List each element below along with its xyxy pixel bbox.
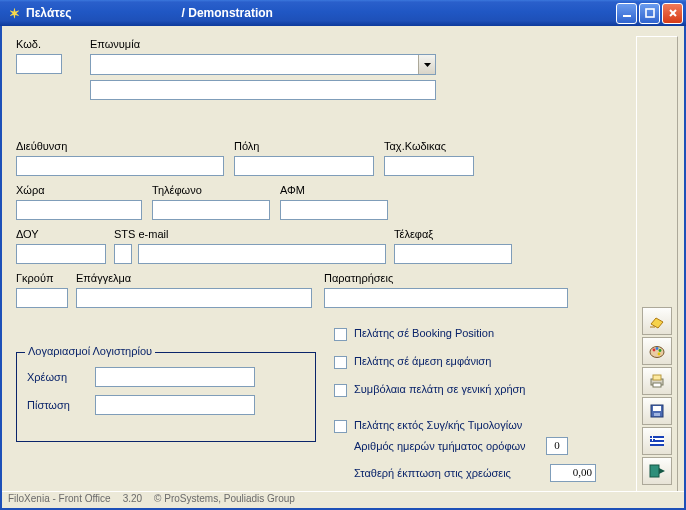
afm-input[interactable] (280, 200, 388, 220)
label-xora: Χώρα (16, 184, 45, 196)
eponymia-combo-button[interactable] (418, 55, 435, 74)
label-afm: ΑΦΜ (280, 184, 305, 196)
svg-point-11 (658, 353, 661, 356)
close-button[interactable] (662, 3, 683, 24)
label-group: Γκρούπ (16, 272, 54, 284)
right-toolbar-well (636, 36, 678, 492)
status-version: 3.20 (123, 493, 142, 507)
statheri-ekptosi-input[interactable]: 0,00 (550, 464, 596, 482)
window-title: Πελάτες (26, 6, 72, 20)
epaggelma-input[interactable] (76, 288, 312, 308)
form-area: Κωδ. Επωνυμία Διεύθυνση Πόλη Ταχ.Κωδικας… (10, 32, 620, 492)
poli-input[interactable] (234, 156, 374, 176)
xora-input[interactable] (16, 200, 142, 220)
label-doy: ΔΟΥ (16, 228, 39, 240)
tax-kodikas-input[interactable] (384, 156, 474, 176)
label-paratiriseis: Παρατηρήσεις (324, 272, 393, 284)
group-input[interactable] (16, 288, 68, 308)
chk-symvolaia-label[interactable]: Συμβόλαια πελάτη σε γενική χρήση (354, 383, 525, 395)
eponymia-combo-input[interactable] (91, 55, 418, 74)
svg-rect-1 (646, 9, 654, 17)
telefax-input[interactable] (394, 244, 512, 264)
eponymia2-input[interactable] (90, 80, 436, 100)
email-input[interactable] (138, 244, 386, 264)
svg-marker-25 (659, 468, 665, 474)
svg-point-10 (659, 349, 662, 352)
paratiriseis-input[interactable] (324, 288, 568, 308)
chk-booking-label[interactable]: Πελάτης σέ Booking Position (354, 327, 494, 339)
exit-button[interactable] (642, 457, 672, 485)
minimize-button[interactable] (616, 3, 637, 24)
label-tilefono: Τηλέφωνο (152, 184, 202, 196)
chk-ektos[interactable] (334, 420, 347, 433)
group-logariasmoi: Λογαριασμοί Λογιστηρίου Χρέωση Πίστωση (16, 352, 316, 442)
svg-rect-24 (650, 465, 659, 477)
sts-input[interactable] (114, 244, 132, 264)
pistosi-input[interactable] (95, 395, 255, 415)
label-dieythinsi: Διεύθυνση (16, 140, 67, 152)
app-icon: ✶ (6, 5, 22, 21)
tilefono-input[interactable] (152, 200, 270, 220)
chk-symvolaia[interactable] (334, 384, 347, 397)
label-sts-email: STS e-mail (114, 228, 168, 240)
group-logariasmoi-title: Λογαριασμοί Λογιστηρίου (25, 345, 155, 357)
label-epaggelma: Επάγγελμα (76, 272, 131, 284)
eponymia-combo[interactable] (90, 54, 436, 75)
xreosi-input[interactable] (95, 367, 255, 387)
toolbar (642, 305, 674, 485)
chk-booking[interactable] (334, 328, 347, 341)
clear-button[interactable] (642, 307, 672, 335)
print-button[interactable] (642, 367, 672, 395)
window-subtitle: / Demonstration (182, 6, 273, 20)
svg-rect-0 (623, 15, 631, 17)
palette-button[interactable] (642, 337, 672, 365)
chk-amesi-label[interactable]: Πελάτης σέ άμεση εμφάνιση (354, 355, 491, 367)
maximize-button[interactable] (639, 3, 660, 24)
chk-amesi[interactable] (334, 356, 347, 369)
status-app: FiloXenia - Front Office (8, 493, 111, 507)
flag-button[interactable] (642, 427, 672, 455)
arithmos-imeron-input[interactable]: 0 (546, 437, 568, 455)
label-tax-kodikas: Ταχ.Κωδικας (384, 140, 446, 152)
kod-input[interactable] (16, 54, 62, 74)
svg-marker-4 (424, 63, 431, 67)
svg-point-8 (653, 349, 656, 352)
chk-ektos-label[interactable]: Πελάτης εκτός Συγ/κής Τιμολογίων (354, 419, 522, 431)
label-arithmos-imeron: Αριθμός ημερών τμήματος ορόφων (354, 440, 526, 452)
titlebar: ✶ Πελάτες / Demonstration (0, 0, 686, 26)
svg-rect-14 (653, 383, 661, 387)
label-kod: Κωδ. (16, 38, 41, 50)
client-area: Κωδ. Επωνυμία Διεύθυνση Πόλη Ταχ.Κωδικας… (0, 26, 686, 510)
label-pistosi: Πίστωση (27, 399, 70, 411)
svg-rect-16 (653, 406, 661, 411)
svg-rect-13 (653, 375, 661, 380)
dieythinsi-input[interactable] (16, 156, 224, 176)
svg-point-9 (656, 347, 659, 350)
label-poli: Πόλη (234, 140, 259, 152)
save-button[interactable] (642, 397, 672, 425)
svg-rect-20 (650, 442, 664, 444)
status-vendor: © ProSystems, Pouliadis Group (154, 493, 295, 507)
label-telefax: Τέλεφαξ (394, 228, 433, 240)
label-eponymia: Επωνυμία (90, 38, 140, 50)
statusbar: FiloXenia - Front Office 3.20 © ProSyste… (2, 491, 684, 508)
label-statheri-ekptosi: Σταθερή έκπτωση στις χρεώσεις (354, 467, 511, 479)
doy-input[interactable] (16, 244, 106, 264)
svg-rect-17 (654, 413, 660, 416)
label-xreosi: Χρέωση (27, 371, 67, 383)
